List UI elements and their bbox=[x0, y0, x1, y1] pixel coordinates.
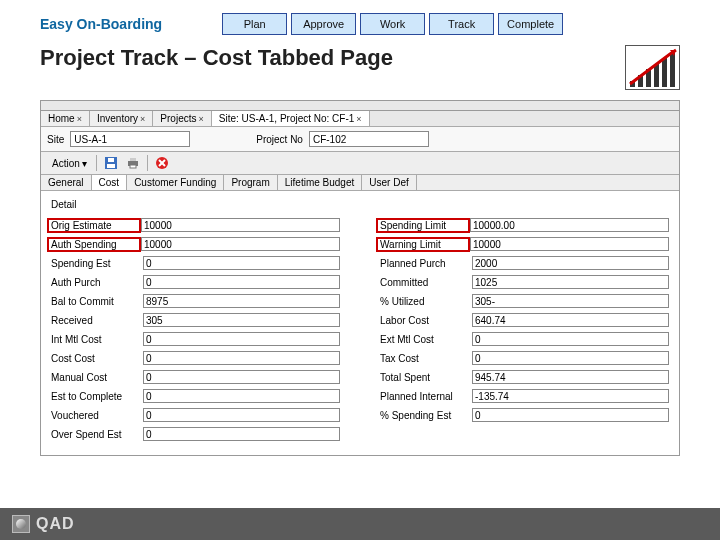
step-track[interactable]: Track bbox=[429, 13, 494, 35]
field-row: Warning Limit bbox=[380, 236, 669, 252]
field-input[interactable] bbox=[472, 351, 669, 365]
subtab-lifetime-budget[interactable]: Lifetime Budget bbox=[278, 175, 363, 190]
workflow-steps: Plan Approve Work Track Complete bbox=[222, 13, 563, 35]
field-label: % Spending Est bbox=[380, 410, 472, 421]
close-icon[interactable]: × bbox=[356, 114, 361, 124]
field-label: Tax Cost bbox=[380, 353, 472, 364]
detail-header: Detail bbox=[51, 197, 340, 214]
field-row: Tax Cost bbox=[380, 350, 669, 366]
right-column: Spending LimitWarning LimitPlanned Purch… bbox=[380, 197, 669, 445]
action-menu-label: Action bbox=[52, 158, 80, 169]
field-row: Est to Complete bbox=[51, 388, 340, 404]
action-menu-button[interactable]: Action ▾ bbox=[45, 154, 92, 172]
field-input[interactable] bbox=[472, 313, 669, 327]
page-title-sub: – Cost Tabbed Page bbox=[184, 45, 393, 70]
field-label: Auth Purch bbox=[51, 277, 143, 288]
print-icon bbox=[126, 156, 140, 170]
field-input[interactable] bbox=[143, 351, 340, 365]
filter-row: Site Project No bbox=[41, 127, 679, 152]
separator bbox=[96, 155, 97, 171]
field-input[interactable] bbox=[143, 294, 340, 308]
site-input[interactable] bbox=[70, 131, 190, 147]
field-row: Bal to Commit bbox=[51, 293, 340, 309]
delete-button[interactable] bbox=[152, 154, 172, 172]
brand-text: QAD bbox=[36, 515, 75, 533]
window-titlebar bbox=[41, 101, 679, 111]
field-row: Ext Mtl Cost bbox=[380, 331, 669, 347]
field-label: Est to Complete bbox=[51, 391, 143, 402]
field-label: Total Spent bbox=[380, 372, 472, 383]
field-row: % Spending Est bbox=[380, 407, 669, 423]
subtab-user-def[interactable]: User Def bbox=[362, 175, 416, 190]
project-no-input[interactable] bbox=[309, 131, 429, 147]
field-input[interactable] bbox=[143, 370, 340, 384]
field-input[interactable] bbox=[141, 237, 340, 251]
toolbar: Action ▾ bbox=[41, 152, 679, 175]
field-row: Received bbox=[51, 312, 340, 328]
field-input[interactable] bbox=[472, 294, 669, 308]
subtab-program[interactable]: Program bbox=[224, 175, 277, 190]
delete-icon bbox=[155, 156, 169, 170]
field-label: Over Spend Est bbox=[51, 429, 143, 440]
field-input[interactable] bbox=[470, 218, 669, 232]
tab-home-label: Home bbox=[48, 113, 75, 124]
step-complete[interactable]: Complete bbox=[498, 13, 563, 35]
field-input[interactable] bbox=[143, 256, 340, 270]
field-row: Planned Internal bbox=[380, 388, 669, 404]
field-input[interactable] bbox=[470, 237, 669, 251]
field-input[interactable] bbox=[143, 332, 340, 346]
field-label: Labor Cost bbox=[380, 315, 472, 326]
field-row: Spending Est bbox=[51, 255, 340, 271]
step-approve[interactable]: Approve bbox=[291, 13, 356, 35]
subtab-customer-funding[interactable]: Customer Funding bbox=[127, 175, 224, 190]
growth-chart-icon bbox=[625, 45, 680, 90]
print-button[interactable] bbox=[123, 154, 143, 172]
field-input[interactable] bbox=[472, 332, 669, 346]
field-label: Bal to Commit bbox=[51, 296, 143, 307]
qad-logo-icon bbox=[12, 515, 30, 533]
field-label: Vouchered bbox=[51, 410, 143, 421]
field-row: Auth Purch bbox=[51, 274, 340, 290]
field-label: Orig Estimate bbox=[47, 218, 141, 233]
tab-inventory[interactable]: Inventory× bbox=[90, 111, 153, 126]
field-row: Int Mtl Cost bbox=[51, 331, 340, 347]
separator bbox=[147, 155, 148, 171]
field-input[interactable] bbox=[472, 389, 669, 403]
svg-rect-3 bbox=[108, 158, 114, 162]
svg-rect-2 bbox=[107, 164, 115, 168]
field-input[interactable] bbox=[143, 389, 340, 403]
field-input[interactable] bbox=[143, 275, 340, 289]
field-input[interactable] bbox=[143, 313, 340, 327]
close-icon[interactable]: × bbox=[77, 114, 82, 124]
step-plan[interactable]: Plan bbox=[222, 13, 287, 35]
field-label: % Utilized bbox=[380, 296, 472, 307]
page-title-main: Project Track bbox=[40, 45, 178, 70]
field-input[interactable] bbox=[472, 370, 669, 384]
tab-home[interactable]: Home× bbox=[41, 111, 90, 126]
subtab-general[interactable]: General bbox=[41, 175, 92, 190]
close-icon[interactable]: × bbox=[140, 114, 145, 124]
field-input[interactable] bbox=[141, 218, 340, 232]
project-no-label: Project No bbox=[256, 134, 303, 145]
field-input[interactable] bbox=[143, 427, 340, 441]
field-row: Auth Spending bbox=[51, 236, 340, 252]
save-button[interactable] bbox=[101, 154, 121, 172]
tab-project-detail[interactable]: Site: US-A-1, Project No: CF-1× bbox=[212, 111, 370, 126]
field-input[interactable] bbox=[143, 408, 340, 422]
field-row: Total Spent bbox=[380, 369, 669, 385]
field-label: Auth Spending bbox=[47, 237, 141, 252]
subtab-cost[interactable]: Cost bbox=[92, 175, 128, 190]
field-row: Labor Cost bbox=[380, 312, 669, 328]
close-icon[interactable]: × bbox=[198, 114, 203, 124]
field-row: Manual Cost bbox=[51, 369, 340, 385]
tab-projects[interactable]: Projects× bbox=[153, 111, 211, 126]
field-row: Committed bbox=[380, 274, 669, 290]
sub-tabstrip: General Cost Customer Funding Program Li… bbox=[41, 175, 679, 191]
field-input[interactable] bbox=[472, 408, 669, 422]
app-window: Home× Inventory× Projects× Site: US-A-1,… bbox=[40, 100, 680, 456]
field-input[interactable] bbox=[472, 275, 669, 289]
field-label: Manual Cost bbox=[51, 372, 143, 383]
field-label: Received bbox=[51, 315, 143, 326]
field-input[interactable] bbox=[472, 256, 669, 270]
step-work[interactable]: Work bbox=[360, 13, 425, 35]
